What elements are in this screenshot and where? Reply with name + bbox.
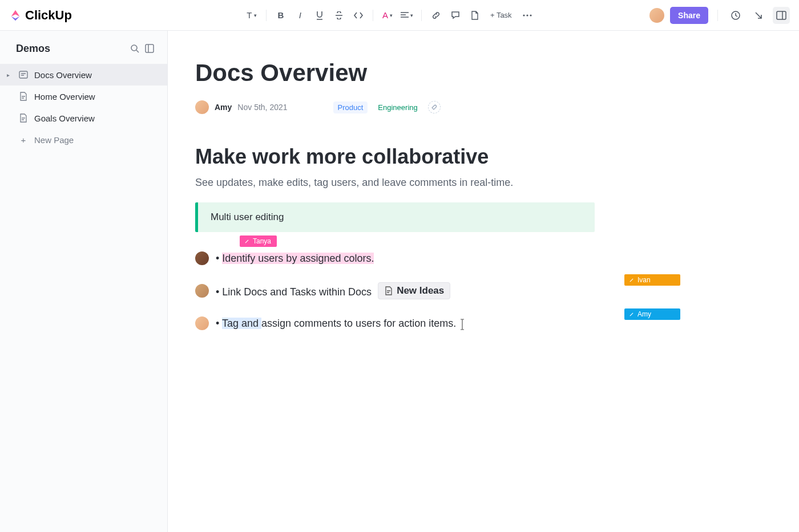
- plus-icon: +: [18, 135, 29, 145]
- sidebar-item-label: Home Overview: [34, 92, 95, 101]
- header-right-tools: Share: [649, 7, 790, 24]
- add-task-button[interactable]: + Task: [486, 7, 516, 24]
- doc-meta-row: Amy Nov 5th, 2021 Product Engineering: [195, 100, 595, 114]
- document-icon: [18, 70, 29, 80]
- underline-button[interactable]: [311, 7, 328, 24]
- align-dropdown[interactable]: ▾: [398, 7, 415, 24]
- callout-text: Multi user editing: [211, 212, 284, 222]
- download-button[interactable]: [750, 7, 767, 24]
- history-button[interactable]: [727, 7, 744, 24]
- bullet-row-1[interactable]: Tanya • Identify users by assigned color…: [195, 251, 595, 265]
- svg-point-2: [530, 14, 531, 16]
- bullet-text[interactable]: • Link Docs and Tasks within Docs New Id…: [216, 282, 450, 299]
- tag-engineering[interactable]: Engineering: [373, 101, 422, 113]
- sidebar-item-goals-overview[interactable]: Goals Overview: [0, 107, 167, 129]
- collaborator-tag-tanya: Tanya: [240, 235, 277, 247]
- sidebar-item-label: Docs Overview: [34, 70, 92, 80]
- formatting-toolbar: T▾ B I A▾ ▾ + Task: [243, 7, 536, 24]
- section-heading[interactable]: Make work more collaborative: [195, 145, 595, 169]
- document-icon: [384, 286, 393, 295]
- clickup-logo-icon: [9, 9, 22, 22]
- current-user-avatar[interactable]: [649, 8, 664, 23]
- tag-product[interactable]: Product: [333, 101, 368, 113]
- text-style-dropdown[interactable]: T▾: [243, 7, 260, 24]
- font-color-dropdown[interactable]: A▾: [379, 7, 396, 24]
- sidebar-title: Demos: [16, 43, 127, 55]
- svg-rect-6: [146, 44, 154, 52]
- code-button[interactable]: [350, 7, 367, 24]
- add-tag-button[interactable]: [428, 101, 441, 113]
- text-cursor-icon: [459, 319, 466, 330]
- pencil-icon: [244, 238, 250, 244]
- collaborator-avatar: [195, 316, 209, 330]
- sidebar-item-label: New Page: [34, 135, 74, 145]
- document-editor[interactable]: Docs Overview Amy Nov 5th, 2021 Product …: [168, 31, 799, 532]
- chevron-right-icon: ▸: [7, 72, 13, 78]
- attachment-button[interactable]: [466, 7, 483, 24]
- separator: [266, 10, 267, 21]
- svg-point-0: [523, 14, 524, 16]
- separator: [373, 10, 373, 21]
- document-icon: [18, 91, 29, 101]
- svg-point-5: [131, 45, 137, 51]
- collaborator-avatar: [195, 284, 209, 298]
- app-body: Demos ▸ Docs Overview Home Overview Goal…: [0, 31, 799, 532]
- sidebar-item-docs-overview[interactable]: ▸ Docs Overview: [0, 64, 167, 86]
- callout-block[interactable]: Multi user editing: [195, 202, 595, 232]
- document-icon: [18, 113, 29, 123]
- author-avatar[interactable]: [195, 100, 209, 114]
- separator: [421, 10, 422, 21]
- bullet-row-3[interactable]: Amy • Tag and assign comments to users f…: [195, 316, 595, 330]
- comment-button[interactable]: [447, 7, 464, 24]
- svg-rect-4: [777, 11, 786, 19]
- svg-point-1: [526, 14, 528, 16]
- pencil-icon: [629, 277, 635, 283]
- panel-toggle-button[interactable]: [773, 7, 790, 24]
- bold-button[interactable]: B: [272, 7, 289, 24]
- bullet-text[interactable]: • Tag and assign comments to users for a…: [216, 318, 456, 330]
- collapse-sidebar-icon[interactable]: [142, 41, 157, 56]
- sidebar-item-home-overview[interactable]: Home Overview: [0, 86, 167, 107]
- separator: [717, 10, 718, 21]
- brand-logo[interactable]: ClickUp: [9, 8, 72, 23]
- doc-link-chip[interactable]: New Ideas: [378, 282, 450, 299]
- sidebar-new-page[interactable]: + New Page: [0, 129, 167, 151]
- sidebar-header: Demos: [0, 41, 167, 64]
- bullet-row-2[interactable]: Ivan • Link Docs and Tasks within Docs N…: [195, 282, 595, 299]
- header-bar: ClickUp T▾ B I A▾ ▾ + Task Share: [0, 0, 799, 31]
- bullet-text[interactable]: • Identify users by assigned colors.: [216, 253, 374, 265]
- pencil-icon: [629, 311, 635, 317]
- search-icon[interactable]: [127, 41, 142, 56]
- page-title[interactable]: Docs Overview: [195, 59, 595, 87]
- sidebar-item-label: Goals Overview: [34, 113, 95, 123]
- collaborator-avatar: [195, 251, 209, 265]
- section-subtitle[interactable]: See updates, make edits, tag users, and …: [195, 177, 595, 189]
- brand-name: ClickUp: [25, 8, 72, 23]
- more-button[interactable]: [519, 7, 536, 24]
- share-button[interactable]: Share: [670, 7, 708, 24]
- doc-date: Nov 5th, 2021: [237, 103, 287, 112]
- strikethrough-button[interactable]: [330, 7, 348, 24]
- collaborator-tag-amy: Amy: [624, 308, 680, 320]
- collaborator-tag-ivan: Ivan: [624, 274, 680, 286]
- sidebar: Demos ▸ Docs Overview Home Overview Goal…: [0, 31, 168, 532]
- svg-rect-7: [19, 71, 27, 78]
- link-button[interactable]: [427, 7, 445, 24]
- italic-button[interactable]: I: [292, 7, 309, 24]
- author-name: Amy: [215, 103, 232, 112]
